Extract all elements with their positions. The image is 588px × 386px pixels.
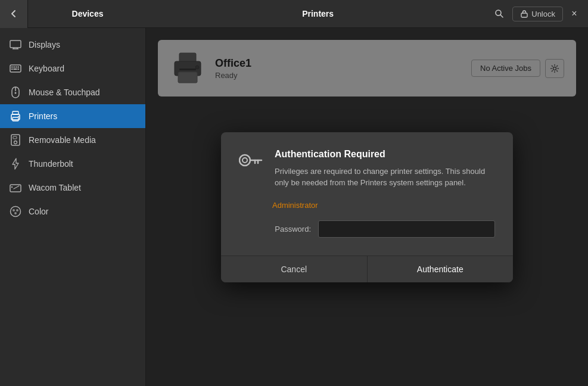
svg-rect-11: [18, 67, 20, 68]
wacom-icon: [10, 182, 21, 194]
svg-line-1: [500, 15, 503, 17]
keyboard-icon: [10, 63, 21, 74]
svg-rect-13: [14, 69, 17, 70]
sidebar-item-removable-media-label: Removable Media: [29, 135, 96, 145]
content-area: Office1 Ready No Active Jobs: [146, 28, 588, 386]
svg-point-26: [11, 186, 13, 188]
svg-rect-2: [521, 13, 527, 17]
sidebar-item-mouse[interactable]: Mouse & Touchpad: [0, 80, 145, 104]
dialog-title: Authentication Required: [275, 149, 495, 160]
sidebar-item-wacom-label: Wacom Tablet: [29, 183, 81, 192]
svg-point-29: [13, 209, 15, 211]
svg-rect-23: [13, 136, 17, 139]
dialog-title-block: Authentication Required Privileges are r…: [275, 149, 495, 189]
sidebar-item-color-label: Color: [29, 207, 48, 216]
sidebar-item-keyboard-label: Keyboard: [29, 64, 64, 73]
sidebar-item-removable-media[interactable]: Removable Media: [0, 128, 145, 152]
back-button[interactable]: [0, 0, 28, 28]
svg-rect-20: [13, 117, 18, 121]
sidebar-item-wacom[interactable]: Wacom Tablet: [0, 176, 145, 200]
authenticate-button[interactable]: Authenticate: [368, 256, 514, 282]
sidebar-item-displays[interactable]: Displays: [0, 33, 145, 57]
thunderbolt-icon: [10, 158, 21, 170]
dialog-header: Authentication Required Privileges are r…: [239, 149, 495, 189]
password-label: Password:: [272, 225, 311, 234]
section-title: Devices: [28, 9, 147, 18]
unlock-button[interactable]: Unlock: [512, 7, 563, 21]
svg-point-31: [14, 212, 17, 214]
svg-rect-8: [11, 67, 13, 68]
removable-media-icon: [10, 134, 21, 146]
svg-point-30: [16, 209, 18, 211]
sidebar: Displays Keyboard: [0, 28, 146, 386]
svg-point-28: [11, 207, 21, 217]
svg-rect-3: [10, 41, 21, 48]
unlock-label: Unlock: [531, 10, 555, 18]
printer-icon: [10, 110, 21, 122]
main-layout: Displays Keyboard: [0, 28, 588, 386]
cancel-button[interactable]: Cancel: [221, 256, 368, 282]
titlebar: Devices Printers Unlock ×: [0, 0, 588, 28]
svg-point-24: [14, 141, 17, 144]
close-button[interactable]: ×: [565, 5, 583, 23]
svg-rect-14: [18, 69, 20, 70]
sidebar-item-keyboard[interactable]: Keyboard: [0, 57, 145, 80]
svg-rect-9: [14, 67, 15, 68]
svg-point-21: [18, 116, 19, 117]
search-button[interactable]: [489, 5, 510, 23]
svg-line-27: [14, 186, 19, 189]
dialog-user: Administrator: [272, 201, 495, 210]
sidebar-item-printers-label: Printers: [29, 111, 57, 121]
svg-point-38: [239, 155, 250, 166]
main-title: Printers: [147, 9, 489, 18]
mouse-icon: [10, 86, 21, 98]
svg-point-17: [15, 92, 17, 94]
sidebar-item-displays-label: Displays: [29, 40, 60, 49]
svg-rect-12: [11, 69, 13, 70]
dialog-field: Password:: [272, 220, 495, 238]
sidebar-item-thunderbolt-label: Thunderbolt: [29, 159, 73, 169]
svg-rect-10: [15, 67, 17, 68]
svg-point-39: [242, 158, 247, 163]
sidebar-item-printers[interactable]: Printers: [0, 104, 145, 128]
dialog-body: Authentication Required Privileges are r…: [221, 132, 513, 256]
close-icon: ×: [571, 8, 577, 19]
auth-dialog: Authentication Required Privileges are r…: [221, 132, 513, 282]
sidebar-item-color[interactable]: Color: [0, 200, 145, 223]
password-input[interactable]: [318, 220, 495, 238]
sidebar-item-mouse-label: Mouse & Touchpad: [29, 88, 100, 97]
key-icon: [239, 151, 263, 169]
color-icon: [10, 206, 21, 217]
titlebar-actions: Unlock ×: [489, 5, 588, 23]
dialog-message: Privileges are required to change printe…: [275, 166, 495, 189]
dialog-buttons: Cancel Authenticate: [221, 256, 513, 282]
display-icon: [10, 39, 21, 51]
sidebar-item-thunderbolt[interactable]: Thunderbolt: [0, 152, 145, 176]
